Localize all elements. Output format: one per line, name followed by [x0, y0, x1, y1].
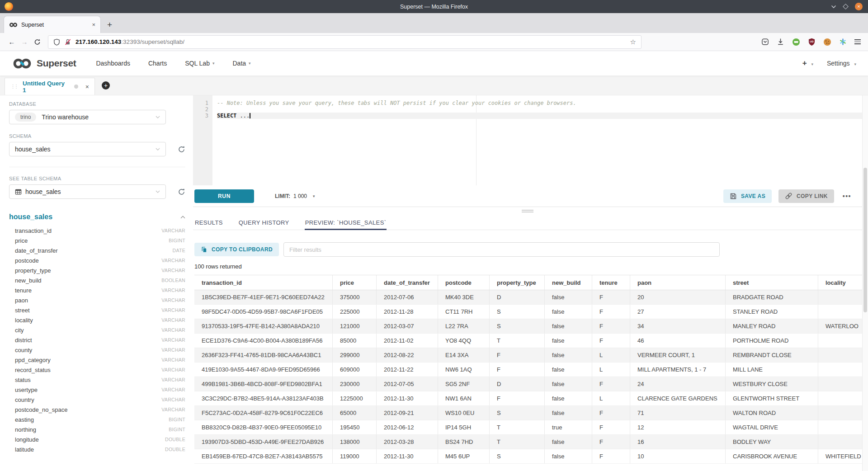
database-select[interactable]: trino Trino warehouse	[9, 110, 166, 124]
database-value: Trino warehouse	[42, 113, 89, 121]
cookie-icon[interactable]	[823, 38, 831, 46]
chevron-up-icon[interactable]	[180, 216, 185, 219]
resize-handle-icon[interactable]	[193, 207, 862, 215]
lock-crossed-icon[interactable]	[64, 38, 71, 46]
column-header-date-of-transfer[interactable]: date_of_transfer	[376, 275, 438, 290]
download-icon[interactable]	[777, 38, 784, 46]
column-type: BOOLEAN	[161, 278, 185, 283]
sql-editor[interactable]: 123 -- Note: Unless you save your query,…	[193, 95, 862, 185]
column-header-transaction-id[interactable]: transaction_id	[194, 275, 332, 290]
add-menu-button[interactable]: + ▾	[802, 59, 813, 68]
brand-name: Superset	[37, 58, 76, 69]
column-header-price[interactable]: price	[332, 275, 376, 290]
limit-value: 1 000	[293, 193, 307, 199]
nav-item-dashboards[interactable]: Dashboards	[96, 60, 130, 67]
limit-label: LIMIT:	[275, 193, 290, 199]
table-row: 2636F323-FF41-4765-81DB-98CAA6A43BC12990…	[194, 348, 862, 363]
superset-logo[interactable]: Superset	[12, 57, 76, 70]
close-query-tab-icon[interactable]: ×	[85, 83, 89, 90]
add-query-tab-button[interactable]: +	[102, 81, 110, 89]
column-type: VARCHAR	[161, 337, 185, 343]
table-cell: WESTBURY CLOSE	[725, 377, 818, 391]
back-icon[interactable]: ←	[5, 38, 18, 46]
query-tab[interactable]: ⋮⋮ Untitled Query 1 ×	[5, 78, 95, 95]
tab-results[interactable]: RESULTS	[194, 215, 223, 230]
column-type: VARCHAR	[161, 387, 185, 392]
scrollbar[interactable]	[862, 95, 868, 471]
table-cell: MK40 3DE	[438, 290, 489, 304]
menu-icon[interactable]	[854, 38, 861, 46]
drag-grip-icon[interactable]: ⋮⋮	[10, 84, 17, 89]
column-name: locality	[15, 317, 33, 324]
column-header-paon[interactable]: paon	[630, 275, 725, 290]
table-cell: 91370533-19F5-47FE-B142-A380A8ADA210	[194, 319, 332, 333]
editor-code[interactable]: -- Note: Unless you save your query, the…	[212, 95, 862, 185]
column-header-new-build[interactable]: new_build	[544, 275, 592, 290]
close-window-icon[interactable]: ×	[855, 3, 863, 10]
mask-icon[interactable]	[792, 38, 800, 46]
table-row: 91370533-19F5-47FE-B142-A380A8ADA2101210…	[194, 319, 862, 334]
minimize-icon[interactable]	[831, 5, 836, 9]
table-cell: VERMEER COURT, 1	[630, 348, 725, 362]
more-options-icon[interactable]: •••	[843, 193, 851, 200]
table-cell: 85000	[332, 334, 376, 348]
save-as-button[interactable]: SAVE AS	[723, 189, 772, 203]
table-cell	[818, 305, 862, 319]
column-header-street[interactable]: street	[725, 275, 818, 290]
maximize-icon[interactable]	[843, 4, 849, 9]
column-header-locality[interactable]: locality	[818, 275, 862, 290]
new-tab-button[interactable]: +	[107, 20, 112, 29]
filter-results-input[interactable]	[283, 242, 720, 257]
table-cell: false	[544, 391, 592, 405]
schema-column-district: districtVARCHAR	[9, 335, 185, 345]
pocket-icon[interactable]	[761, 38, 769, 46]
adblock-shield-icon[interactable]: UD	[808, 38, 816, 46]
bookmark-star-icon[interactable]: ☆	[630, 38, 636, 46]
reload-icon[interactable]	[31, 38, 43, 46]
tab-preview-house-sales[interactable]: PREVIEW: `HOUSE_SALES`	[305, 215, 387, 230]
schema-column-county: countyVARCHAR	[9, 345, 185, 355]
column-name: new_build	[15, 277, 42, 284]
nav-item-charts[interactable]: Charts	[148, 60, 167, 67]
refresh-schema-icon[interactable]	[178, 146, 185, 153]
link-icon	[785, 192, 793, 200]
column-type: VARCHAR	[161, 287, 185, 293]
table-cell: 2012-09-21	[376, 406, 438, 420]
copy-link-button[interactable]: COPY LINK	[778, 189, 834, 203]
table-cell: 195450	[332, 420, 376, 434]
sql-comment: -- Note: Unless you save your query, the…	[217, 100, 576, 106]
settings-menu[interactable]: Settings ▾	[827, 60, 856, 67]
table-select[interactable]: house_sales	[9, 184, 166, 199]
table-cell: CARISBROOK AVENUE	[725, 449, 818, 463]
refresh-table-icon[interactable]	[178, 188, 185, 196]
copy-to-clipboard-button[interactable]: COPY TO CLIPBOARD	[194, 243, 279, 256]
column-header-tenure[interactable]: tenure	[592, 275, 630, 290]
table-cell: CLARENCE GATE GARDENS	[630, 391, 725, 405]
url-bar[interactable]: 217.160.120.143:32393/superset/sqllab/ ☆	[48, 35, 642, 49]
nav-right: + ▾ Settings ▾	[802, 59, 856, 68]
column-header-postcode[interactable]: postcode	[438, 275, 489, 290]
nav-item-data[interactable]: Data▾	[232, 60, 250, 67]
table-cell: S	[489, 319, 544, 333]
browser-tab[interactable]: Superset ×	[4, 16, 101, 33]
nav-item-sql-lab[interactable]: SQL Lab▾	[185, 60, 214, 67]
table-cell: WATERLOO	[818, 319, 862, 333]
asterisk-icon[interactable]	[839, 38, 847, 46]
table-cell: YO8 4QQ	[438, 334, 489, 348]
table-schema-title[interactable]: house_sales	[9, 213, 52, 221]
table-cell: 3C3C29DC-B7B2-4BE5-914A-A38123AF403B	[194, 391, 332, 405]
tab-query-history[interactable]: QUERY HISTORY	[238, 215, 290, 230]
column-type: VARCHAR	[161, 268, 185, 273]
column-header-property-type[interactable]: property_type	[489, 275, 544, 290]
table-cell: MILL LANE	[725, 363, 818, 377]
column-type: VARCHAR	[161, 258, 185, 263]
schema-select[interactable]: house_sales	[9, 142, 166, 156]
shield-icon[interactable]	[53, 38, 60, 46]
table-cell: false	[544, 305, 592, 319]
save-as-label: SAVE AS	[741, 193, 765, 199]
run-button[interactable]: RUN	[194, 189, 254, 203]
close-tab-icon[interactable]: ×	[92, 21, 95, 28]
table-cell: STANLEY ROAD	[725, 305, 818, 319]
limit-control[interactable]: LIMIT: 1 000 ▾	[275, 193, 315, 199]
scrollbar-thumb[interactable]	[863, 168, 867, 312]
